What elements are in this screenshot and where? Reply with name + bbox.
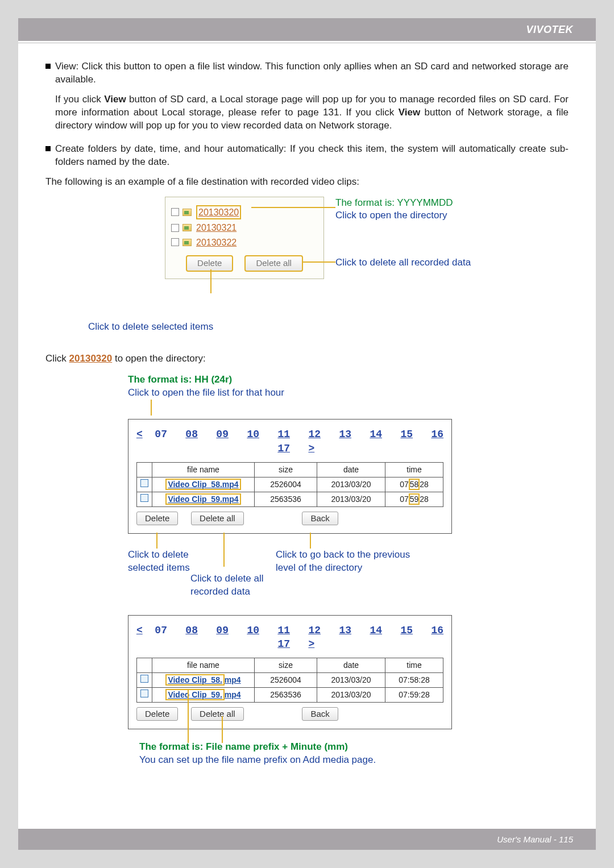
- hour-link[interactable]: 13: [339, 625, 351, 636]
- file-table: file name size date time Video Clip_58.m…: [136, 462, 443, 507]
- fig2-titles: The format is: HH (24r) Click to open th…: [128, 373, 569, 400]
- row-check[interactable]: [137, 688, 152, 703]
- row-check[interactable]: [137, 492, 152, 506]
- folder-link[interactable]: 20130322: [196, 236, 237, 249]
- connector: [302, 261, 335, 263]
- hour-prev[interactable]: <: [136, 625, 143, 636]
- connector: [210, 269, 211, 293]
- back-button[interactable]: Back: [302, 707, 338, 721]
- page: VIVOTEK View: Click this button to open …: [18, 18, 596, 850]
- row-check[interactable]: [137, 673, 152, 688]
- table-buttons: Delete Delete all Back: [136, 512, 451, 525]
- file-table: file name size date time Video Clip_58.m…: [136, 658, 443, 703]
- annotation-format: The format is: YYYYMMDD Click to open th…: [335, 197, 453, 223]
- col-size: size: [255, 658, 317, 673]
- connector: [156, 533, 157, 549]
- row-check[interactable]: [137, 477, 152, 492]
- hour-link[interactable]: 12: [308, 625, 321, 636]
- file-link[interactable]: Video Clip_59.mp4: [152, 492, 255, 506]
- hour-link[interactable]: 14: [370, 429, 382, 440]
- bullet-create-folders: Create folders by date, time, and hour a…: [45, 143, 569, 169]
- table-buttons: Delete Delete all Back: [136, 707, 451, 721]
- bullet-text: Create folders by date, time, and hour a…: [55, 143, 569, 169]
- hour-link[interactable]: 16: [431, 625, 443, 636]
- hour-next[interactable]: >: [308, 443, 314, 454]
- hour-link[interactable]: 10: [247, 625, 259, 636]
- connector: [151, 400, 152, 416]
- delete-button[interactable]: Delete: [186, 255, 233, 271]
- hour-link[interactable]: 16: [431, 429, 443, 440]
- hour-prev[interactable]: <: [136, 429, 143, 440]
- folder-box: 20130320 20130321 20130322 Delete Delete…: [165, 197, 324, 279]
- hour-link[interactable]: 11: [277, 429, 290, 440]
- hour-link[interactable]: 10: [247, 429, 259, 440]
- connector: [188, 689, 189, 743]
- footer-bar: User's Manual - 115: [18, 829, 596, 850]
- hour-nav: < 07 08 09 10 11 12 13 14 15 16 17 >: [128, 427, 451, 455]
- delete-all-button[interactable]: Delete all: [191, 512, 244, 525]
- hour-link[interactable]: 11: [277, 625, 290, 636]
- figure-hour-table-1: < 07 08 09 10 11 12 13 14 15 16 17 >: [128, 419, 452, 534]
- checkbox[interactable]: [171, 224, 179, 232]
- delete-all-button[interactable]: Delete all: [244, 255, 303, 271]
- back-button[interactable]: Back: [302, 512, 338, 525]
- folder-link[interactable]: 20130320: [196, 205, 241, 220]
- file-date: 2013/03/20: [317, 492, 385, 506]
- annotation-delete-all: Click to delete all recorded data: [335, 256, 471, 269]
- file-time: 075928: [385, 492, 443, 506]
- hour-link[interactable]: 07: [155, 625, 167, 636]
- fig3-note: You can set up the file name prefix on A…: [139, 754, 569, 767]
- hour-link[interactable]: 13: [339, 429, 351, 440]
- col-date: date: [317, 658, 385, 673]
- bullet-view-detail: If you click View button of SD card, a L…: [55, 93, 569, 132]
- hour-link[interactable]: 09: [216, 429, 229, 440]
- table-row: Video Clip_58.mp4 2526004 2013/03/20 07:…: [137, 673, 443, 688]
- delete-button[interactable]: Delete: [136, 707, 178, 721]
- col-time: time: [385, 462, 443, 477]
- folder-link[interactable]: 20130321: [196, 222, 237, 234]
- col-check: [137, 462, 152, 477]
- folder-icon: [182, 224, 192, 231]
- fig2-action-label: Click to open the file list for that hou…: [128, 387, 569, 400]
- annotation-delete-selected: Click to delete selected items: [88, 321, 569, 334]
- footer-text: User's Manual - 115: [497, 834, 573, 844]
- checkbox[interactable]: [171, 208, 179, 216]
- hour-link[interactable]: 17: [277, 638, 290, 650]
- example-intro: The following is an example of a file de…: [45, 176, 569, 189]
- col-filename: file name: [152, 462, 255, 477]
- file-link[interactable]: Video Clip_58.mp4: [152, 673, 255, 688]
- hour-next[interactable]: >: [308, 638, 314, 650]
- hour-link[interactable]: 12: [308, 429, 321, 440]
- ann-delete-selected: Click to delete selected items: [128, 549, 190, 575]
- file-date: 2013/03/20: [317, 673, 385, 688]
- table-row: Video Clip_59.mp4 2563536 2013/03/20 07:…: [137, 688, 443, 703]
- hour-box: < 07 08 09 10 11 12 13 14 15 16 17 >: [128, 615, 452, 730]
- hour-link[interactable]: 08: [185, 625, 198, 636]
- hour-link[interactable]: 09: [216, 625, 229, 636]
- view-bold-2: View: [399, 107, 420, 118]
- file-time: 075828: [385, 477, 443, 492]
- folder-icon: [182, 239, 192, 246]
- hour-box: < 07 08 09 10 11 12 13 14 15 16 17 >: [128, 419, 452, 534]
- col-date: date: [317, 462, 385, 477]
- hour-link[interactable]: 08: [185, 429, 198, 440]
- fig3-format-label: The format is: File name prefix + Minute…: [139, 741, 569, 754]
- file-link[interactable]: Video Clip_59.mp4: [152, 688, 255, 703]
- delete-all-button[interactable]: Delete all: [191, 707, 244, 721]
- annotation-line1: The format is: YYYYMMDD: [335, 197, 453, 210]
- file-date: 2013/03/20: [317, 688, 385, 703]
- file-link[interactable]: Video Clip_58.mp4: [152, 477, 255, 492]
- folder-row: 20130321: [171, 222, 318, 234]
- file-time: 07:58:28: [385, 673, 443, 688]
- hour-link[interactable]: 15: [400, 625, 413, 636]
- delete-button[interactable]: Delete: [136, 512, 178, 525]
- hour-link[interactable]: 07: [155, 429, 167, 440]
- hour-link[interactable]: 15: [400, 429, 413, 440]
- bullet-icon: [45, 64, 51, 69]
- checkbox[interactable]: [171, 238, 179, 246]
- folder-link-inline[interactable]: 20130320: [69, 353, 113, 364]
- hour-link[interactable]: 17: [277, 443, 290, 454]
- file-size: 2526004: [255, 477, 317, 492]
- col-filename: file name: [152, 658, 255, 673]
- hour-link[interactable]: 14: [370, 625, 382, 636]
